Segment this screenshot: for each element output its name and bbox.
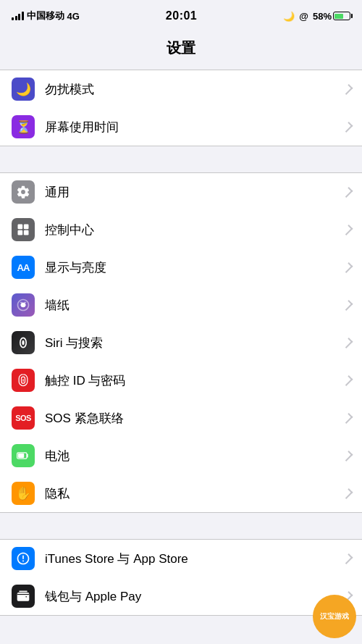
siri-icon-glyph	[16, 335, 30, 350]
status-bar-left: 中国移动 4G	[12, 9, 80, 22]
svg-rect-1	[24, 225, 29, 230]
watermark-text: 汉宝游戏	[320, 612, 349, 621]
display-icon-glyph: AA	[17, 262, 30, 273]
screentime-icon-glyph: ⏳	[16, 120, 31, 135]
row-wallet[interactable]: 钱包与 Apple Pay	[0, 577, 362, 615]
battery-body	[333, 12, 350, 20]
label-touchid: 触控 ID 与密码	[45, 372, 345, 389]
svg-rect-9	[18, 453, 24, 458]
row-display[interactable]: AA 显示与亮度	[0, 248, 362, 286]
label-wallpaper: 墙纸	[45, 297, 345, 314]
page-title-bar: 设置	[0, 32, 362, 64]
svg-rect-10	[17, 593, 30, 601]
label-privacy: 隐私	[45, 485, 345, 502]
label-siri: Siri 与搜索	[45, 335, 345, 351]
dnd-icon-glyph: 🌙	[16, 82, 31, 97]
row-siri[interactable]: Siri 与搜索	[0, 324, 362, 361]
icon-itunes	[12, 547, 35, 570]
page-title: 设置	[167, 38, 195, 58]
sos-icon-glyph: SOS	[15, 414, 31, 422]
row-touchid[interactable]: 触控 ID 与密码	[0, 361, 362, 399]
section-store: iTunes Store 与 App Store 钱包与 Apple Pay	[0, 539, 362, 616]
label-general: 通用	[45, 184, 345, 201]
row-battery[interactable]: 电池	[0, 437, 362, 474]
row-itunes[interactable]: iTunes Store 与 App Store	[0, 540, 362, 577]
battery-fill	[334, 14, 342, 19]
icon-dnd: 🌙	[12, 78, 35, 101]
section-general: 通用 控制中心 AA 显示与亮度 墙纸	[0, 172, 362, 513]
svg-rect-3	[24, 230, 29, 235]
battery-percent: 58%	[313, 11, 332, 22]
signal-bars	[12, 12, 24, 20]
svg-rect-0	[18, 225, 23, 230]
privacy-icon-glyph: ✋	[15, 485, 31, 501]
icon-screentime: ⏳	[12, 115, 35, 138]
icon-general	[12, 180, 35, 204]
at-icon: @	[299, 11, 308, 22]
label-itunes: iTunes Store 与 App Store	[45, 551, 345, 567]
gear-icon	[16, 185, 30, 199]
status-bar-right: 🌙 @ 58%	[283, 11, 350, 22]
row-screentime[interactable]: ⏳ 屏幕使用时间	[0, 108, 362, 146]
appstore-icon	[16, 551, 30, 566]
svg-point-6	[22, 340, 24, 346]
row-dnd[interactable]: 🌙 勿扰模式	[0, 70, 362, 108]
label-battery: 电池	[45, 448, 345, 464]
icon-display: AA	[12, 256, 35, 279]
network-label: 4G	[67, 11, 80, 22]
icon-controlcenter	[12, 218, 35, 241]
battery-indicator: 58%	[313, 11, 350, 22]
svg-rect-2	[18, 230, 23, 235]
label-display: 显示与亮度	[45, 259, 345, 276]
icon-touchid	[12, 369, 35, 392]
label-wallet: 钱包与 Apple Pay	[45, 588, 345, 605]
status-bar: 中国移动 4G 20:01 🌙 @ 58%	[0, 0, 362, 32]
row-sos[interactable]: SOS SOS 紧急联络	[0, 399, 362, 437]
row-wallpaper[interactable]: 墙纸	[0, 286, 362, 324]
wallpaper-icon	[16, 298, 30, 312]
icon-wallpaper	[12, 293, 35, 317]
icon-battery	[12, 444, 35, 467]
row-privacy[interactable]: ✋ 隐私	[0, 474, 362, 512]
row-general[interactable]: 通用	[0, 173, 362, 211]
label-controlcenter: 控制中心	[45, 222, 345, 238]
label-screentime: 屏幕使用时间	[45, 119, 345, 135]
wallet-icon	[16, 589, 30, 603]
watermark: 汉宝游戏	[313, 595, 356, 638]
control-center-icon	[16, 222, 30, 237]
moon-icon: 🌙	[283, 11, 295, 22]
icon-wallet	[12, 585, 35, 608]
carrier-label: 中国移动	[27, 9, 64, 22]
label-dnd: 勿扰模式	[45, 81, 345, 98]
icon-sos: SOS	[12, 406, 35, 430]
status-bar-time: 20:01	[166, 9, 197, 22]
icon-siri	[12, 331, 35, 354]
battery-icon-glyph	[16, 448, 30, 463]
icon-privacy: ✋	[12, 482, 35, 505]
fingerprint-icon	[16, 373, 30, 388]
label-sos: SOS 紧急联络	[45, 410, 345, 427]
row-controlcenter[interactable]: 控制中心	[0, 211, 362, 248]
section-dnd: 🌙 勿扰模式 ⏳ 屏幕使用时间	[0, 70, 362, 146]
svg-point-4	[21, 303, 26, 308]
